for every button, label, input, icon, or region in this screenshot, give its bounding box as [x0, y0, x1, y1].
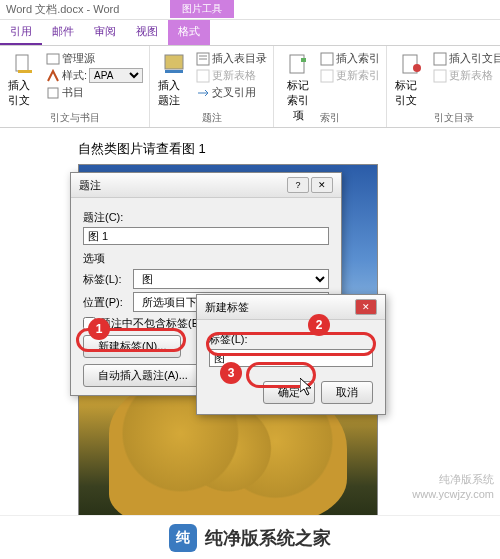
mark-citation-label: 标记引文 — [395, 78, 427, 108]
watermark: 纯净版系统 www.ycwjzy.com — [412, 472, 494, 501]
caption-dialog-title: 题注 — [79, 178, 101, 193]
style-select[interactable]: APA — [89, 68, 143, 83]
group-label-index: 索引 — [274, 111, 386, 125]
footer-text: 纯净版系统之家 — [205, 526, 331, 550]
toa-icon — [433, 52, 447, 66]
tag-select[interactable]: 图 — [133, 269, 329, 289]
insert-index-icon — [320, 52, 334, 66]
tag-label: 标签(L): — [83, 272, 127, 287]
svg-point-15 — [413, 64, 421, 72]
context-tab-label: 图片工具 — [170, 0, 234, 18]
update-index-icon — [320, 69, 334, 83]
close-button[interactable]: ✕ — [311, 177, 333, 193]
group-label-captions: 题注 — [150, 111, 273, 125]
insert-caption-label: 插入题注 — [158, 78, 190, 108]
footer: 纯 纯净版系统之家 — [0, 515, 500, 559]
tab-format[interactable]: 格式 — [168, 20, 210, 45]
caption-input[interactable] — [83, 227, 329, 245]
insert-index-label: 插入索引 — [336, 51, 380, 66]
watermark-line2: www.ycwjzy.com — [412, 487, 494, 501]
insert-tof-label: 插入表目录 — [212, 51, 267, 66]
svg-rect-4 — [165, 55, 183, 69]
update-index-button[interactable]: 更新索引 — [320, 67, 380, 84]
update-toa-icon — [433, 69, 447, 83]
footer-logo-icon: 纯 — [169, 524, 197, 552]
update-toa-button[interactable]: 更新表格 — [433, 67, 500, 84]
ribbon-tabs: 引用 邮件 审阅 视图 格式 — [0, 20, 500, 46]
insert-caption-button[interactable]: 插入题注 — [156, 50, 192, 110]
tof-icon — [196, 52, 210, 66]
ribbon-group-captions: 插入题注 插入表目录 更新表格 交叉引用 题注 — [150, 46, 274, 127]
annotation-marker-2: 2 — [308, 314, 330, 336]
svg-rect-1 — [18, 70, 32, 73]
window-title: Word 文档.docx - Word — [6, 2, 119, 17]
insert-citation-label: 插入引文 — [8, 78, 40, 108]
style-icon — [46, 69, 60, 83]
tab-view[interactable]: 视图 — [126, 20, 168, 45]
citation-icon — [12, 52, 36, 76]
new-label-dialog-titlebar[interactable]: 新建标签 ✕ — [197, 295, 385, 320]
ribbon-group-authorities: 标记引文 插入引文目录 更新表格 引文目录 — [387, 46, 500, 127]
mark-cite-icon — [399, 52, 423, 76]
annotation-marker-3: 3 — [220, 362, 242, 384]
svg-rect-10 — [290, 55, 304, 73]
insert-citation-button[interactable]: 插入引文 — [6, 50, 42, 110]
style-label: 样式: — [62, 68, 87, 83]
manage-sources-label: 管理源 — [62, 51, 95, 66]
help-button[interactable]: ? — [287, 177, 309, 193]
update-table-label: 更新表格 — [212, 68, 256, 83]
close-button[interactable]: ✕ — [355, 299, 377, 315]
svg-rect-13 — [321, 70, 333, 82]
bibliography-button[interactable]: 书目 — [46, 84, 143, 101]
style-selector[interactable]: 样式:APA — [46, 67, 143, 84]
ribbon-group-citations: 插入引文 管理源 样式:APA 书目 引文与书目 — [0, 46, 150, 127]
title-bar: Word 文档.docx - Word — [0, 0, 500, 20]
sources-icon — [46, 52, 60, 66]
svg-rect-9 — [197, 70, 209, 82]
caption-icon — [162, 52, 186, 76]
svg-rect-3 — [48, 88, 58, 98]
auto-caption-button[interactable]: 自动插入题注(A)... — [83, 364, 203, 387]
tab-review[interactable]: 审阅 — [84, 20, 126, 45]
update-table-button[interactable]: 更新表格 — [196, 67, 267, 84]
index-icon — [286, 52, 310, 76]
annotation-marker-1: 1 — [88, 318, 110, 340]
biblio-icon — [46, 86, 60, 100]
insert-toa-button[interactable]: 插入引文目录 — [433, 50, 500, 67]
position-label: 位置(P): — [83, 295, 127, 310]
update-icon — [196, 69, 210, 83]
update-index-label: 更新索引 — [336, 68, 380, 83]
svg-rect-2 — [47, 54, 59, 64]
insert-tof-button[interactable]: 插入表目录 — [196, 50, 267, 67]
crossref-icon — [196, 86, 210, 100]
svg-rect-17 — [434, 70, 446, 82]
tab-references[interactable]: 引用 — [0, 20, 42, 45]
svg-rect-16 — [434, 53, 446, 65]
options-label: 选项 — [83, 251, 329, 266]
annotation-highlight-2 — [206, 332, 376, 356]
manage-sources-button[interactable]: 管理源 — [46, 50, 143, 67]
ribbon: 插入引文 管理源 样式:APA 书目 引文与书目 插入题注 插入表目录 更新表格… — [0, 46, 500, 128]
svg-rect-0 — [16, 55, 28, 71]
svg-rect-5 — [165, 70, 183, 73]
caption-dialog-titlebar[interactable]: 题注 ? ✕ — [71, 173, 341, 198]
caption-field-label: 题注(C): — [83, 210, 329, 225]
mark-citation-button[interactable]: 标记引文 — [393, 50, 429, 110]
insert-index-button[interactable]: 插入索引 — [320, 50, 380, 67]
new-label-dialog-title: 新建标签 — [205, 300, 249, 315]
svg-rect-11 — [301, 58, 306, 62]
bibliography-label: 书目 — [62, 85, 84, 100]
group-label-authorities: 引文目录 — [387, 111, 500, 125]
cancel-button[interactable]: 取消 — [321, 381, 373, 404]
document-caption-text[interactable]: 自然类图片请查看图 1 — [78, 141, 206, 156]
svg-rect-12 — [321, 53, 333, 65]
group-label-citations: 引文与书目 — [0, 111, 149, 125]
ribbon-group-index: 标记索引项 插入索引 更新索引 索引 — [274, 46, 387, 127]
tab-mailings[interactable]: 邮件 — [42, 20, 84, 45]
watermark-line1: 纯净版系统 — [412, 472, 494, 486]
cursor-icon — [300, 378, 316, 398]
cross-ref-button[interactable]: 交叉引用 — [196, 84, 267, 101]
insert-toa-label: 插入引文目录 — [449, 51, 500, 66]
cross-ref-label: 交叉引用 — [212, 85, 256, 100]
update-toa-label: 更新表格 — [449, 68, 493, 83]
